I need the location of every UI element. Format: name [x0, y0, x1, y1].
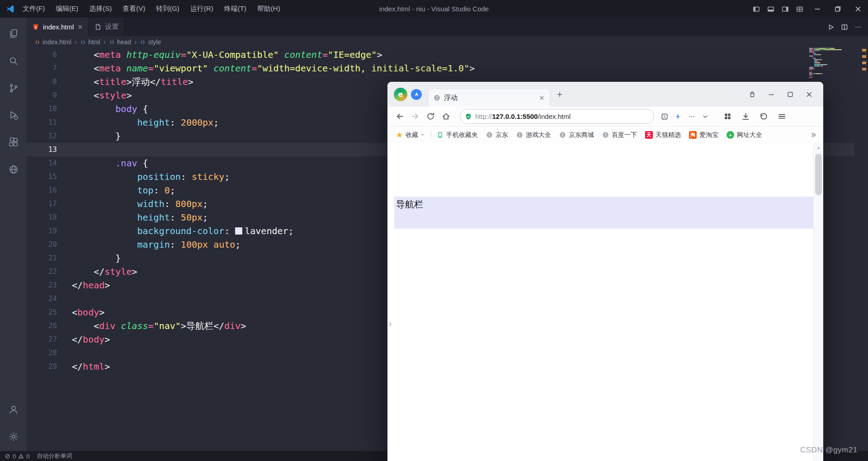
menu-item[interactable]: 选择(S) [84, 0, 117, 18]
settings-icon[interactable] [0, 423, 27, 450]
search-icon[interactable] [0, 47, 27, 75]
tab-settings[interactable]: 设置 [89, 18, 124, 36]
extensions-icon[interactable] [0, 129, 27, 156]
minimap[interactable] [809, 48, 849, 78]
undo-icon[interactable] [755, 109, 773, 124]
home-icon[interactable] [438, 109, 453, 124]
restore-button[interactable] [827, 0, 848, 18]
tab-index-html[interactable]: 5 index.html [27, 18, 89, 36]
tab-label: 设置 [105, 23, 118, 31]
token: auto [213, 239, 235, 250]
activity-bar [0, 18, 27, 451]
more-actions-icon[interactable] [854, 24, 862, 31]
quick-access-icon[interactable] [411, 89, 422, 100]
menu-item[interactable]: 终端(T) [219, 0, 252, 18]
code-line[interactable]: 7 <meta name="viewport" content="width=d… [27, 61, 854, 75]
new-tab-button[interactable] [553, 88, 566, 101]
token: height [137, 117, 170, 128]
menu-icon[interactable] [773, 109, 791, 124]
code-line[interactable]: 6 <meta http-equiv="X-UA-Compatible" con… [27, 48, 854, 61]
bookmark-item[interactable]: 京东 [482, 127, 512, 143]
back-icon[interactable] [392, 109, 407, 124]
menu-item[interactable]: 帮助(H) [252, 0, 286, 18]
code-text: <style> [57, 89, 132, 102]
close-window-button[interactable] [848, 0, 868, 18]
browser-minimize-button[interactable] [762, 82, 781, 107]
shopping-bag-icon[interactable] [743, 82, 762, 107]
breadcrumb-label: index.html [42, 38, 71, 46]
menu-item[interactable]: 运行(R) [185, 0, 219, 18]
translate-icon[interactable]: 文 [658, 110, 671, 123]
bookmark-label: 天猫精选 [656, 131, 681, 139]
close-tab-icon[interactable] [77, 24, 83, 30]
toggle-sidebar-icon[interactable] [749, 0, 764, 18]
bookmark-label: 收藏 [406, 131, 418, 139]
run-file-icon[interactable] [827, 24, 835, 31]
live-preview-icon[interactable] [0, 156, 27, 183]
bookmark-item[interactable]: 百度一下 [598, 127, 641, 143]
bookmark-item[interactable]: 手机收藏夹 [433, 127, 482, 143]
breadcrumb-item[interactable]: index.html [34, 38, 71, 46]
bookmark-item[interactable]: 游戏大全 [512, 127, 555, 143]
bookmark-item[interactable]: 淘爱淘宝 [685, 127, 722, 143]
run-debug-icon[interactable] [0, 102, 27, 129]
token: < [72, 320, 99, 331]
problems-indicator[interactable]: 0 0 [5, 453, 29, 460]
download-icon[interactable] [736, 109, 755, 124]
token: >导航栏</ [181, 320, 224, 331]
site-security-shield-icon[interactable] [465, 113, 472, 120]
menu-item[interactable]: 查看(V) [117, 0, 151, 18]
account-icon[interactable] [0, 396, 27, 423]
close-browser-tab-icon[interactable] [539, 95, 545, 101]
browser-logo-icon[interactable]: e [394, 88, 407, 101]
address-bar[interactable]: http://127.0.0.1:5500/index.html [460, 109, 654, 124]
explorer-icon[interactable] [0, 20, 27, 47]
chevron-down-icon[interactable] [698, 110, 712, 123]
apps-grid-icon[interactable] [718, 109, 736, 124]
token: "viewport" [154, 63, 208, 74]
breadcrumb-item[interactable]: head [109, 38, 131, 46]
token: : [165, 198, 175, 209]
scroll-up-icon[interactable] [814, 145, 823, 151]
more-tools-icon[interactable] [685, 110, 698, 123]
token: 50px [181, 212, 203, 223]
menu-item[interactable]: 文件(F) [17, 0, 50, 18]
line-number: 9 [27, 89, 57, 102]
browser-tab[interactable]: 浮动 [428, 89, 550, 107]
toggle-panel-icon[interactable] [764, 0, 778, 18]
token [72, 103, 115, 114]
forward-icon[interactable] [407, 109, 423, 124]
browser-maximize-button[interactable] [781, 82, 800, 107]
bookmark-item[interactable]: 京东商城 [555, 127, 598, 143]
line-number: 22 [27, 265, 57, 278]
customize-layout-icon[interactable] [793, 0, 807, 18]
bookmark-item[interactable]: +网址大全 [722, 127, 766, 143]
bookmarks-separator [431, 132, 431, 139]
bookmark-item[interactable]: 天天猫精选 [641, 127, 685, 143]
error-count: 0 [13, 453, 16, 460]
sidebar-expand-icon[interactable] [387, 321, 393, 327]
bookmarks-overflow-icon[interactable] [810, 132, 819, 138]
browser-scrollbar[interactable] [813, 143, 823, 461]
editor-tab-bar: 5 index.html 设置 [27, 18, 868, 36]
line-number: 16 [27, 183, 57, 197]
status-message[interactable]: 自动分析单词 [37, 452, 72, 460]
caret-down-icon[interactable] [420, 132, 425, 138]
lightning-icon[interactable] [671, 110, 685, 123]
token: > [377, 49, 382, 60]
toggle-secondary-sidebar-icon[interactable] [778, 0, 793, 18]
scrollbar-thumb[interactable] [815, 154, 822, 195]
menu-item[interactable]: 转到(G) [151, 0, 185, 18]
browser-close-button[interactable] [800, 82, 819, 107]
breadcrumb-item[interactable]: html [80, 38, 100, 46]
minimize-button[interactable] [807, 0, 827, 18]
breadcrumb-item[interactable]: style [140, 38, 161, 46]
refresh-icon[interactable] [423, 109, 438, 124]
token: ; [224, 171, 230, 182]
menu-item[interactable]: 编辑(E) [50, 0, 84, 18]
source-control-icon[interactable] [0, 75, 27, 102]
bookmark-item[interactable]: 收藏 [392, 127, 429, 143]
token: ; [203, 212, 208, 223]
breadcrumb-label: head [117, 38, 131, 46]
split-editor-icon[interactable] [841, 24, 848, 31]
